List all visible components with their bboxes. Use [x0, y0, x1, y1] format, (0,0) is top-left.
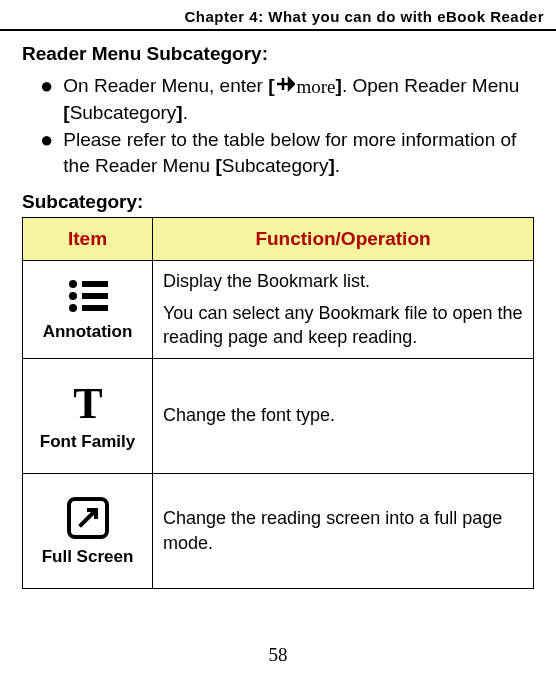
svg-point-0: [69, 280, 77, 288]
font-icon: T: [33, 380, 142, 426]
svg-text:T: T: [73, 380, 102, 426]
bullet-text: Please refer to the table below for more…: [63, 127, 534, 178]
function-cell: Change the reading screen into a full pa…: [153, 473, 534, 588]
bullet-list: ● On Reader Menu, enter [more]. Open Rea…: [22, 73, 534, 179]
item-cell-font-family: T Font Family: [23, 358, 153, 473]
item-label: Font Family: [33, 432, 142, 452]
bullet-item: ● Please refer to the table below for mo…: [40, 127, 534, 178]
bullet-item: ● On Reader Menu, enter [more]. Open Rea…: [40, 73, 534, 125]
page-number: 58: [0, 644, 556, 666]
svg-rect-5: [82, 305, 108, 311]
subcategory-table: Item Function/Operation: [22, 217, 534, 589]
more-button: more: [275, 74, 336, 100]
item-label: Annotation: [33, 322, 142, 342]
function-cell: Change the font type.: [153, 358, 534, 473]
item-cell-annotation: Annotation: [23, 260, 153, 358]
function-text: Display the Bookmark list.: [163, 269, 523, 293]
svg-point-2: [69, 304, 77, 312]
function-text: Change the reading screen into a full pa…: [163, 506, 523, 555]
more-label: more: [297, 74, 336, 100]
bullet-text: On Reader Menu, enter [more]. Open Reade…: [63, 73, 534, 125]
chapter-title: Chapter 4: What you can do with eBook Re…: [184, 8, 544, 25]
item-label: Full Screen: [33, 547, 142, 567]
table-row: Annotation Display the Bookmark list. Yo…: [23, 260, 534, 358]
header-item: Item: [23, 217, 153, 260]
plus-arrow-icon: [275, 74, 295, 100]
item-cell-full-screen: Full Screen: [23, 473, 153, 588]
svg-point-1: [69, 292, 77, 300]
bullet-dot-icon: ●: [40, 73, 53, 99]
function-text: You can select any Bookmark file to open…: [163, 301, 523, 350]
table-header-row: Item Function/Operation: [23, 217, 534, 260]
page-content: Reader Menu Subcategory: ● On Reader Men…: [0, 31, 556, 589]
fullscreen-icon: [33, 495, 142, 541]
table-row: T Font Family Change the font type.: [23, 358, 534, 473]
function-cell: Display the Bookmark list. You can selec…: [153, 260, 534, 358]
list-icon: [33, 276, 142, 316]
svg-rect-3: [82, 281, 108, 287]
table-row: Full Screen Change the reading screen in…: [23, 473, 534, 588]
header-function: Function/Operation: [153, 217, 534, 260]
svg-rect-4: [82, 293, 108, 299]
function-text: Change the font type.: [163, 403, 523, 427]
bullet-dot-icon: ●: [40, 127, 53, 153]
subcategory-label: Subcategory:: [22, 191, 534, 213]
section-title: Reader Menu Subcategory:: [22, 43, 534, 65]
chapter-header: Chapter 4: What you can do with eBook Re…: [0, 0, 556, 31]
